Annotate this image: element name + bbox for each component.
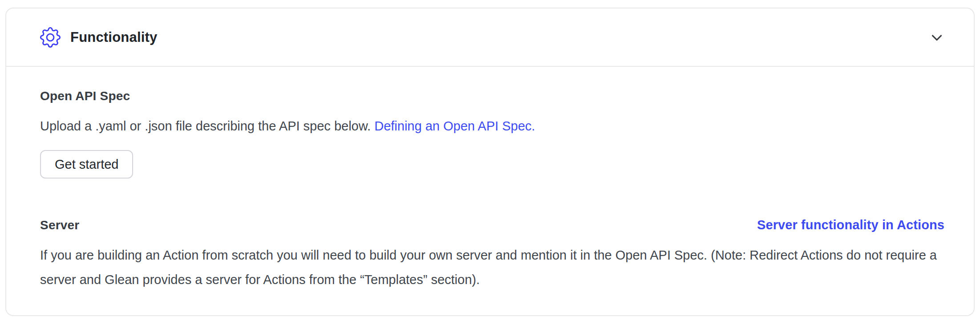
defining-open-api-spec-link[interactable]: Defining an Open API Spec.	[374, 119, 535, 133]
functionality-card: Functionality Open API Spec Upload a .ya…	[5, 8, 975, 316]
card-title: Functionality	[70, 29, 158, 45]
server-description: If you are building an Action from scrat…	[40, 243, 944, 292]
open-api-spec-section: Open API Spec Upload a .yaml or .json fi…	[40, 89, 944, 179]
functionality-section-header[interactable]: Functionality	[6, 8, 974, 67]
open-api-spec-heading: Open API Spec	[40, 89, 944, 103]
chevron-down-icon[interactable]	[928, 29, 945, 46]
get-started-button[interactable]: Get started	[40, 150, 133, 179]
server-functionality-link[interactable]: Server functionality in Actions	[757, 218, 944, 232]
gear-icon	[40, 27, 61, 48]
server-heading-row: Server Server functionality in Actions	[40, 218, 944, 232]
server-section: Server Server functionality in Actions I…	[40, 218, 944, 292]
open-api-spec-description-text: Upload a .yaml or .json file describing …	[40, 119, 374, 133]
open-api-spec-description: Upload a .yaml or .json file describing …	[40, 114, 944, 138]
card-body: Open API Spec Upload a .yaml or .json fi…	[6, 67, 974, 292]
server-heading: Server	[40, 218, 79, 232]
